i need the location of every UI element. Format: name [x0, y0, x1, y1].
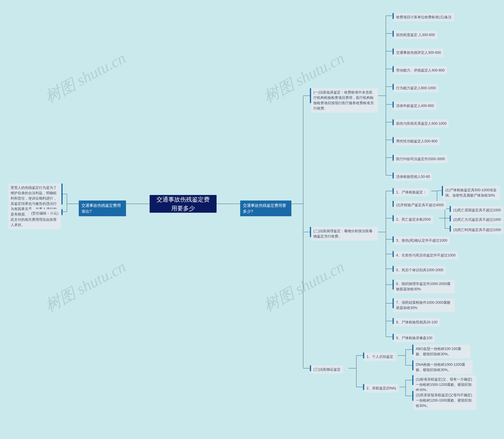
accent-bar — [393, 280, 394, 290]
cat2-item: 3、致伤(死)物认定件不超过1000 — [394, 236, 450, 245]
cat2-n1-sub: (2)开棺验尸鉴定具不超过4000 — [394, 201, 446, 209]
cat1-item: 活体检验照相人50-80 — [394, 172, 432, 181]
left-editor: (责任编辑：小云) — [29, 209, 61, 218]
accent-bar — [310, 365, 311, 371]
accent-bar — [310, 227, 311, 237]
accent-bar — [393, 119, 394, 125]
accent-bar — [363, 353, 364, 358]
cat3-n1-sub: DNA检验一份检材1000-1200腐败、硬组织加收30%。 — [413, 360, 472, 374]
watermark: 树图 shutu.cn — [42, 48, 130, 108]
watermark: 树图 shutu.cn — [260, 256, 348, 317]
cat1-item: 医疗纠纷司法鉴定件2000-3000 — [394, 155, 447, 163]
cat2-n2-label: 2、死亡鉴定全检2500 — [394, 215, 433, 224]
accent-bar — [393, 84, 394, 90]
accent-bar — [393, 236, 394, 242]
cat1-item: 损伤与疾病关系鉴定人600-1000 — [394, 119, 449, 128]
watermark: 树图 shutu.cn — [42, 256, 130, 317]
accent-bar — [393, 49, 394, 54]
accent-bar — [393, 334, 394, 340]
cat2-item: 6、组织病理学鉴定件1000-2000腐败脏器加收30% — [394, 280, 455, 293]
cat3-n1-label: 1、个人识别鉴定 — [364, 353, 396, 361]
accent-bar — [412, 360, 413, 370]
accent-bar — [393, 137, 394, 143]
accent-bar — [450, 216, 451, 221]
accent-bar — [310, 88, 311, 103]
cat1-title: (一)法医临床鉴定：收费标准中未含医疗机构检验检查项目费用，医疗机构检验检查项目… — [311, 88, 378, 113]
cat2-n2-sub: (2)死亡方式鉴定具不超过1000 — [451, 216, 503, 224]
accent-bar — [393, 215, 394, 221]
accent-bar — [393, 31, 394, 37]
accent-bar — [393, 66, 394, 72]
cat2-n1-sub: (1)尸体检验鉴定具500-1000传染病、放射性及腐败尸体加收30% — [443, 186, 500, 200]
cat1-item: 劳动能力、评残鉴定人400-800 — [394, 66, 447, 75]
cat2-n2-sub: (1)死亡原因鉴定具不超过1000 — [451, 206, 503, 214]
cat3-title: (三)法医物证鉴定 — [311, 365, 343, 374]
accent-bar — [412, 375, 413, 385]
accent-bar — [412, 391, 413, 401]
cat3-n2-label: 2、亲权鉴定(DNA) — [364, 384, 398, 392]
cat2-item: 7、溺死硅藻检验件1000-2000腐败脏器加收30% — [394, 298, 455, 312]
accent-bar — [393, 13, 394, 19]
cat2-title: (二)法医病理鉴定：毒物分析按法医毒物鉴定另行收费。 — [311, 227, 378, 241]
accent-bar — [61, 183, 63, 204]
accent-bar — [450, 226, 451, 232]
cat1-item: 活体年龄鉴定人400-800 — [394, 102, 436, 110]
accent-bar — [393, 201, 394, 207]
cat2-item: 4、生前伤与死后伤鉴定件不超过1000 — [394, 251, 458, 260]
cat2-item: 9、尸体检验录像盘100 — [394, 334, 435, 342]
accent-bar — [393, 172, 394, 178]
cat3-n1-sub: ABO血型一份检材100-150腐败、硬组织加收30%。 — [413, 345, 470, 358]
accent-bar — [393, 102, 394, 108]
cat1-item: 收费项目计算单位收费标准(元)备注 — [394, 13, 454, 22]
branch-left: 交通事故伤残鉴定费用谁出? — [79, 200, 126, 216]
cat1-item: 行为能力鉴定人800-1000 — [394, 84, 438, 92]
accent-bar — [393, 251, 394, 257]
cat2-n1-label: 1、尸体检验鉴定： — [394, 188, 429, 196]
cat1-item: 交通事故伤残评定人300-600 — [394, 49, 443, 57]
branch-right: 交通事故伤残鉴定费用要多少? — [240, 200, 291, 216]
accent-bar — [412, 345, 413, 354]
cat2-item: 5、死后个体识别具1000-2000 — [394, 266, 446, 274]
left-info: 受害人的伤残鉴定行为是为了维护自身的合法利益，明确权利和责任，使诉讼顺利进行，其… — [8, 183, 61, 229]
accent-bar — [442, 186, 443, 196]
accent-bar — [450, 206, 451, 212]
cat1-item: 男性性功能鉴定人500-800 — [394, 137, 440, 146]
accent-bar — [393, 266, 394, 272]
cat2-n2-sub: (3)死亡时间鉴定具不超过1000 — [451, 226, 503, 234]
cat1-item: 损伤程度鉴定 人300-600 — [394, 31, 437, 39]
root-node: 交通事故伤残鉴定费用要多少 — [150, 195, 216, 213]
accent-bar — [363, 384, 364, 390]
accent-bar — [393, 318, 394, 324]
accent-bar — [393, 298, 394, 308]
cat3-n2-sub: (2)双亲皆疑亲权鉴定(父母均不确定)一份检材1200-1500腐败、硬组织加收… — [413, 391, 476, 410]
accent-bar — [393, 188, 394, 194]
accent-bar — [393, 155, 394, 161]
accent-bar — [61, 209, 63, 215]
cat2-item: 8、尸体检验照相具20-100 — [394, 318, 440, 327]
